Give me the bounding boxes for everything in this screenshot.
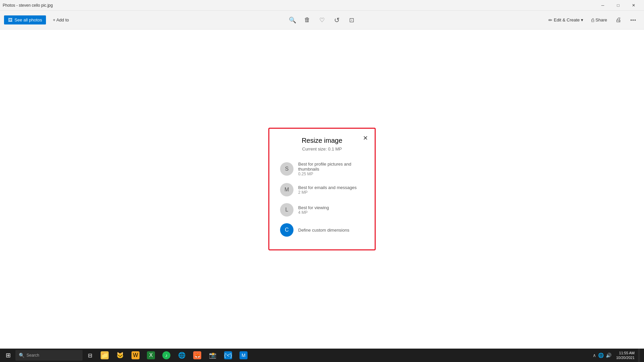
option-label-s: Best for profile pictures and thumbnails (298, 162, 364, 172)
title-bar: Photos - steven cello pic.jpg ─ □ ✕ (0, 0, 644, 11)
taskbar-search[interactable]: 🔍 Search (15, 350, 83, 361)
system-icons[interactable]: ∧ 🌐 🔊 (591, 353, 613, 358)
option-size-l: 4 MP (298, 210, 329, 215)
task-view-button[interactable]: ⊟ (83, 349, 97, 362)
minimize-button[interactable]: ─ (595, 0, 610, 11)
title-bar-left: Photos - steven cello pic.jpg (3, 3, 53, 8)
search-icon: 🔍 (19, 353, 24, 358)
task-view-icon: ⊟ (88, 352, 92, 359)
taskbar-app-3[interactable]: X (144, 349, 158, 362)
taskbar-app-explorer[interactable]: 📁 (97, 349, 112, 362)
chevron-down-icon: ▾ (581, 17, 583, 22)
app-icon-5: 📸 (209, 351, 217, 359)
resize-option-custom[interactable]: C Define custom dimensions (279, 220, 365, 240)
option-label-c: Define custom dimensions (298, 228, 349, 233)
modal-subtitle: Current size: 0.1 MP (279, 146, 365, 152)
crop-button[interactable]: ⊡ (345, 13, 358, 27)
spotify-icon: ♪ (162, 351, 170, 359)
search-label: Search (26, 353, 39, 358)
app-icon-3: X (147, 351, 155, 359)
share-label: Share (595, 17, 607, 22)
chevron-up-icon: ∧ (593, 353, 596, 358)
add-to-label: + Add to (53, 17, 69, 22)
explorer-icon: 📁 (101, 351, 109, 359)
modal-close-button[interactable]: ✕ (360, 133, 371, 143)
option-text-c: Define custom dimensions (298, 228, 349, 233)
close-icon: ✕ (363, 134, 368, 142)
modal-inner: ✕ Resize image Current size: 0.1 MP S Be… (269, 129, 375, 249)
app-icon-6: M (239, 351, 248, 359)
option-label-l: Best for viewing (298, 205, 329, 210)
taskbar: ⊞ 🔍 Search ⊟ 📁 🐱 W X ♪ 🌐 🦊 📸 {'<'} M ∧ (0, 349, 644, 362)
print-icon: 🖨 (615, 16, 622, 23)
photos-icon: 🖼 (8, 17, 12, 22)
delete-icon: 🗑 (304, 16, 310, 23)
edit-create-button[interactable]: ✏ Edit & Create ▾ (545, 15, 587, 25)
taskbar-app-4[interactable]: 🦊 (190, 349, 205, 362)
show-desktop-button[interactable] (638, 349, 640, 362)
toolbar-center-icons: 🔍 🗑 ♡ ↺ ⊡ (286, 13, 358, 27)
more-button[interactable]: ••• (627, 13, 640, 27)
start-button[interactable]: ⊞ (1, 349, 15, 362)
zoom-icon: 🔍 (289, 16, 296, 24)
taskbar-app-vscode[interactable]: {'<'} (221, 349, 235, 362)
see-all-photos-button[interactable]: 🖼 See all photos (4, 15, 46, 24)
favorite-button[interactable]: ♡ (315, 13, 329, 27)
option-size-m: 2 MP (298, 190, 357, 195)
see-all-photos-label: See all photos (14, 17, 42, 22)
share-icon: ⎙ (591, 17, 594, 23)
modal-title: Resize image (279, 137, 365, 144)
size-circle-s: S (280, 162, 293, 176)
taskbar-clock[interactable]: 11:55 AM 10/20/2021 (614, 351, 637, 360)
resize-option-large[interactable]: L Best for viewing 4 MP (279, 200, 365, 220)
modal-backdrop: ✕ Resize image Current size: 0.1 MP S Be… (0, 29, 644, 349)
delete-button[interactable]: 🗑 (301, 13, 314, 27)
chrome-icon: 🌐 (178, 351, 186, 359)
option-label-m: Best for emails and messages (298, 185, 357, 190)
rotate-button[interactable]: ↺ (330, 13, 343, 27)
app-icon-2: W (131, 351, 140, 359)
taskbar-app-chrome[interactable]: 🌐 (174, 349, 189, 362)
taskbar-app-2[interactable]: W (128, 349, 143, 362)
resize-option-medium[interactable]: M Best for emails and messages 2 MP (279, 180, 365, 200)
app-icon-4: 🦊 (193, 351, 201, 359)
taskbar-app-6[interactable]: M (236, 349, 251, 362)
edit-icon: ✏ (548, 17, 552, 23)
add-to-button[interactable]: + Add to (49, 15, 73, 24)
close-button[interactable]: ✕ (626, 0, 641, 11)
toolbar-right: ✏ Edit & Create ▾ ⎙ Share 🖨 ••• (545, 13, 640, 27)
vscode-icon: {'<'} (224, 351, 232, 359)
option-text-s: Best for profile pictures and thumbnails… (298, 162, 364, 176)
zoom-button[interactable]: 🔍 (286, 13, 299, 27)
more-icon: ••• (630, 17, 636, 23)
taskbar-app-5[interactable]: 📸 (205, 349, 220, 362)
option-text-l: Best for viewing 4 MP (298, 205, 329, 215)
taskbar-app-1[interactable]: 🐱 (113, 349, 127, 362)
taskbar-right: ∧ 🌐 🔊 11:55 AM 10/20/2021 (591, 349, 643, 362)
toolbar: 🖼 See all photos + Add to 🔍 🗑 ♡ ↺ ⊡ ✏ Ed… (0, 11, 644, 29)
maximize-button[interactable]: □ (610, 0, 626, 11)
taskbar-app-spotify[interactable]: ♪ (159, 349, 174, 362)
title-text: Photos - steven cello pic.jpg (3, 3, 53, 8)
app-icon-1: 🐱 (116, 351, 124, 359)
network-icon: 🌐 (598, 353, 604, 358)
main-content: ✕ Resize image Current size: 0.1 MP S Be… (0, 29, 644, 349)
resize-option-small[interactable]: S Best for profile pictures and thumbnai… (279, 158, 365, 180)
heart-icon: ♡ (319, 16, 325, 24)
print-button[interactable]: 🖨 (612, 13, 625, 27)
size-circle-m: M (280, 183, 293, 196)
start-icon: ⊞ (6, 352, 11, 359)
share-button[interactable]: ⎙ Share (588, 15, 610, 25)
title-bar-controls: ─ □ ✕ (595, 0, 641, 11)
edit-create-label: Edit & Create (554, 17, 580, 22)
size-circle-c: C (280, 223, 293, 237)
option-text-m: Best for emails and messages 2 MP (298, 185, 357, 195)
size-circle-l: L (280, 203, 293, 217)
option-size-s: 0.25 MP (298, 172, 364, 176)
clock-time: 11:55 AM (619, 351, 635, 355)
clock-date: 10/20/2021 (616, 355, 635, 360)
rotate-icon: ↺ (334, 16, 340, 24)
volume-icon: 🔊 (606, 353, 611, 358)
resize-modal: ✕ Resize image Current size: 0.1 MP S Be… (268, 128, 376, 250)
crop-icon: ⊡ (349, 16, 354, 24)
